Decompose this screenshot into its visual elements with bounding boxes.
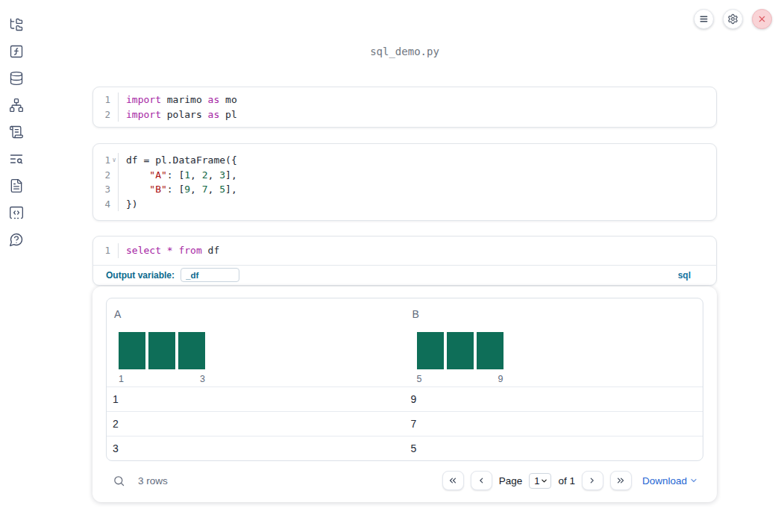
token-kw: select — [126, 245, 161, 256]
fold-gutter — [110, 243, 118, 258]
token-pl: , — [208, 169, 220, 181]
dependency-graph-icon[interactable] — [6, 95, 27, 116]
logs-search-icon[interactable] — [6, 148, 27, 169]
table-row[interactable]: 19 — [107, 387, 703, 411]
code-line[interactable]: 4}) — [93, 197, 716, 212]
language-badge: sql — [678, 270, 691, 281]
output-variable-input[interactable] — [181, 268, 239, 282]
fold-gutter — [110, 182, 118, 197]
code-text[interactable]: df = pl.DataFrame({ — [118, 153, 716, 168]
download-label: Download — [642, 475, 687, 486]
page-select[interactable]: 1 — [529, 473, 551, 489]
histogram-tick: 5 — [417, 374, 422, 384]
functions-icon[interactable] — [6, 41, 27, 62]
token-kw: import — [126, 94, 161, 105]
help-icon[interactable] — [6, 229, 27, 250]
line-number: 4 — [93, 197, 110, 212]
file-tree-icon[interactable] — [6, 14, 27, 35]
code-line[interactable]: 2import polars as pl — [93, 107, 716, 122]
token-pl: , — [208, 184, 220, 195]
token-pl: df — [202, 245, 219, 256]
token-kw: as — [208, 109, 220, 120]
last-page-button[interactable] — [610, 471, 632, 490]
histogram-bar — [148, 332, 175, 369]
table-cell[interactable]: 2 — [107, 418, 405, 430]
fold-gutter — [110, 93, 118, 107]
line-number: 1 — [93, 153, 110, 168]
histogram-bar — [447, 332, 474, 369]
page-of-label: of 1 — [558, 475, 575, 486]
datasources-icon[interactable] — [6, 68, 27, 89]
token-pl: : [ — [167, 184, 184, 195]
code-line[interactable]: 2 "A": [1, 2, 3], — [93, 168, 716, 183]
table-cell[interactable]: 9 — [405, 393, 703, 405]
column-label[interactable]: A — [114, 308, 405, 320]
settings-button[interactable] — [723, 9, 743, 29]
next-page-button[interactable] — [582, 471, 603, 490]
column-histogram[interactable]: 59 — [417, 332, 503, 384]
histogram-bar — [417, 332, 444, 369]
code-line[interactable]: 1∨df = pl.DataFrame({ — [93, 153, 716, 168]
fold-chevron-icon[interactable]: ∨ — [110, 153, 118, 168]
fold-gutter — [110, 107, 118, 122]
table-row[interactable]: 27 — [107, 411, 703, 436]
sql-cell[interactable]: 1select * from df Output variable: sql — [92, 236, 717, 286]
table-column-header[interactable]: B59 — [405, 298, 703, 387]
histogram-bars — [417, 332, 503, 369]
line-number: 3 — [93, 182, 110, 197]
histogram-bars — [119, 332, 205, 369]
histogram-tick: 1 — [119, 374, 124, 384]
column-label[interactable]: B — [412, 308, 703, 320]
shutdown-button[interactable] — [752, 9, 772, 29]
token-pl: , — [190, 184, 202, 195]
table-row[interactable]: 35 — [107, 436, 703, 460]
table-cell[interactable]: 5 — [405, 442, 703, 454]
prev-page-button[interactable] — [471, 471, 492, 490]
histogram-ticks: 13 — [119, 374, 205, 384]
table-header: A13B59 — [107, 298, 703, 387]
gear-icon — [727, 13, 738, 25]
token-pl: : [ — [167, 169, 184, 181]
documentation-icon[interactable] — [6, 175, 27, 196]
notebook-title[interactable]: sql_demo.py — [92, 46, 717, 57]
table-cell[interactable]: 7 — [405, 418, 703, 430]
token-pl: pl — [219, 109, 236, 120]
scratchpad-icon[interactable] — [6, 122, 27, 143]
close-icon — [757, 14, 767, 24]
chevron-down-icon — [540, 477, 548, 485]
code-cell-dataframe[interactable]: 1∨df = pl.DataFrame({2 "A": [1, 2, 3],3 … — [92, 143, 717, 221]
code-text[interactable]: }) — [118, 197, 716, 212]
token-kw: as — [208, 94, 220, 105]
code-text[interactable]: "A": [1, 2, 3], — [118, 168, 716, 183]
table-footer: 3 rows Page 1 of 1 — [106, 461, 703, 501]
sql-output: A13B59 192735 3 rows Page 1 of 1 — [92, 287, 717, 502]
code-text[interactable]: select * from df — [118, 243, 716, 258]
first-page-button[interactable] — [442, 471, 464, 490]
token-pl — [161, 245, 167, 256]
code-text[interactable]: "B": [9, 7, 5], — [118, 182, 716, 197]
code-line[interactable]: 1select * from df — [93, 243, 716, 258]
snippets-icon[interactable] — [6, 202, 27, 223]
page-label: Page — [499, 475, 523, 486]
line-number: 1 — [93, 93, 110, 107]
table-cell[interactable]: 3 — [107, 442, 405, 454]
token-pl: ], — [225, 184, 237, 195]
token-num: 5 — [219, 184, 225, 195]
table-cell[interactable]: 1 — [107, 393, 405, 405]
line-number: 1 — [93, 243, 110, 258]
search-icon[interactable] — [112, 474, 125, 487]
output-variable-label: Output variable: — [106, 270, 175, 281]
code-line[interactable]: 1import marimo as mo — [93, 93, 716, 107]
code-cell-imports[interactable]: 1import marimo as mo2import polars as pl — [92, 87, 717, 128]
sql-cell-footer: Output variable: sql — [93, 265, 716, 285]
token-str: "A" — [149, 169, 166, 181]
table-column-header[interactable]: A13 — [107, 298, 405, 387]
download-button[interactable]: Download — [642, 475, 698, 486]
code-text[interactable]: import marimo as mo — [118, 93, 716, 107]
line-number: 2 — [93, 107, 110, 122]
fold-gutter — [110, 168, 118, 183]
column-histogram[interactable]: 13 — [119, 332, 205, 384]
code-line[interactable]: 3 "B": [9, 7, 5], — [93, 182, 716, 197]
code-text[interactable]: import polars as pl — [118, 107, 716, 122]
token-kw: from — [178, 245, 201, 256]
